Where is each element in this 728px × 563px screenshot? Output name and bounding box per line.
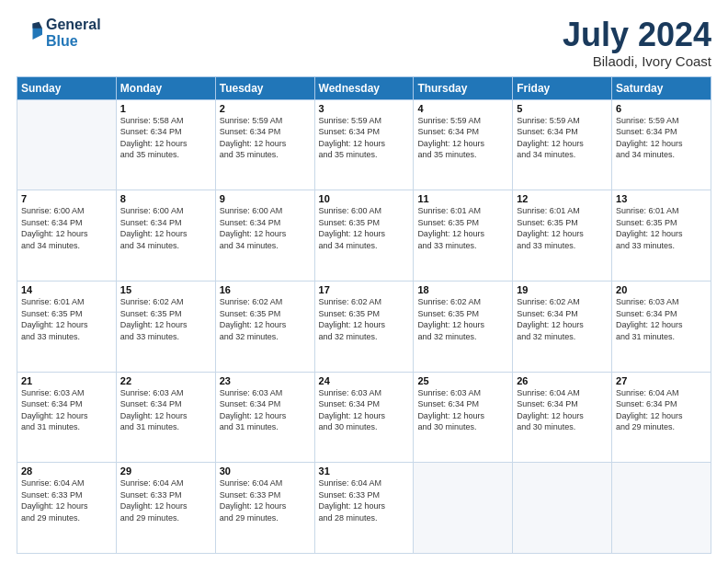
day-number: 19 [517, 284, 608, 295]
calendar-cell: 14Sunrise: 6:01 AMSunset: 6:35 PMDayligh… [17, 281, 117, 372]
day-info: Sunrise: 6:04 AMSunset: 6:34 PMDaylight:… [616, 387, 707, 433]
calendar-cell [612, 463, 711, 554]
calendar-cell: 5Sunrise: 5:59 AMSunset: 6:34 PMDaylight… [513, 99, 612, 190]
calendar-cell: 8Sunrise: 6:00 AMSunset: 6:34 PMDaylight… [116, 190, 215, 282]
day-info: Sunrise: 6:04 AMSunset: 6:33 PMDaylight:… [21, 477, 112, 523]
calendar-cell: 22Sunrise: 6:03 AMSunset: 6:34 PMDayligh… [116, 372, 215, 463]
day-number: 13 [616, 193, 707, 204]
day-number: 7 [21, 193, 112, 204]
day-info: Sunrise: 6:00 AMSunset: 6:34 PMDaylight:… [120, 205, 211, 251]
day-number: 4 [417, 103, 508, 114]
day-number: 21 [21, 375, 112, 386]
day-info: Sunrise: 5:59 AMSunset: 6:34 PMDaylight:… [417, 115, 508, 161]
day-number: 20 [616, 284, 707, 295]
day-number: 17 [319, 284, 410, 295]
calendar-week-row: 28Sunrise: 6:04 AMSunset: 6:33 PMDayligh… [17, 463, 711, 554]
day-info: Sunrise: 6:00 AMSunset: 6:34 PMDaylight:… [220, 205, 311, 251]
calendar-cell: 30Sunrise: 6:04 AMSunset: 6:33 PMDayligh… [215, 463, 314, 554]
calendar-cell: 17Sunrise: 6:02 AMSunset: 6:35 PMDayligh… [314, 281, 414, 372]
day-info: Sunrise: 5:59 AMSunset: 6:34 PMDaylight:… [616, 115, 707, 161]
calendar-cell: 18Sunrise: 6:02 AMSunset: 6:35 PMDayligh… [414, 281, 513, 372]
calendar-header-row: SundayMondayTuesdayWednesdayThursdayFrid… [17, 76, 711, 99]
calendar-cell: 24Sunrise: 6:03 AMSunset: 6:34 PMDayligh… [314, 372, 414, 463]
day-info: Sunrise: 5:59 AMSunset: 6:34 PMDaylight:… [517, 115, 608, 161]
calendar-week-row: 7Sunrise: 6:00 AMSunset: 6:34 PMDaylight… [17, 190, 711, 282]
day-number: 26 [517, 375, 608, 386]
day-info: Sunrise: 6:04 AMSunset: 6:33 PMDaylight:… [120, 477, 211, 523]
calendar-cell: 10Sunrise: 6:00 AMSunset: 6:35 PMDayligh… [314, 190, 414, 282]
day-number: 14 [21, 284, 112, 295]
calendar-day-header: Wednesday [314, 76, 414, 99]
day-number: 31 [319, 465, 410, 477]
day-number: 2 [220, 103, 311, 114]
calendar-cell: 31Sunrise: 6:04 AMSunset: 6:33 PMDayligh… [314, 463, 414, 554]
calendar-cell: 19Sunrise: 6:02 AMSunset: 6:34 PMDayligh… [513, 281, 612, 372]
day-number: 23 [220, 375, 311, 386]
day-info: Sunrise: 6:01 AMSunset: 6:35 PMDaylight:… [616, 205, 707, 251]
day-info: Sunrise: 6:04 AMSunset: 6:33 PMDaylight:… [319, 477, 410, 523]
calendar-cell: 23Sunrise: 6:03 AMSunset: 6:34 PMDayligh… [215, 372, 314, 463]
calendar-cell: 9Sunrise: 6:00 AMSunset: 6:34 PMDaylight… [215, 190, 314, 282]
calendar-cell: 6Sunrise: 5:59 AMSunset: 6:34 PMDaylight… [612, 99, 711, 190]
calendar-day-header: Thursday [414, 76, 513, 99]
calendar-cell: 26Sunrise: 6:04 AMSunset: 6:34 PMDayligh… [513, 372, 612, 463]
calendar-cell [414, 463, 513, 554]
calendar-cell: 13Sunrise: 6:01 AMSunset: 6:35 PMDayligh… [612, 190, 711, 282]
day-number: 24 [319, 375, 410, 386]
main-title: July 2024 [563, 17, 711, 53]
day-number: 16 [220, 284, 311, 295]
title-block: July 2024 Bilaodi, Ivory Coast [563, 17, 711, 69]
day-number: 27 [616, 375, 707, 386]
calendar-cell: 12Sunrise: 6:01 AMSunset: 6:35 PMDayligh… [513, 190, 612, 282]
day-number: 11 [417, 193, 508, 204]
calendar-week-row: 14Sunrise: 6:01 AMSunset: 6:35 PMDayligh… [17, 281, 711, 372]
calendar-day-header: Monday [116, 76, 215, 99]
calendar-cell [513, 463, 612, 554]
day-number: 9 [220, 193, 311, 204]
calendar-cell: 1Sunrise: 5:58 AMSunset: 6:34 PMDaylight… [116, 99, 215, 190]
day-info: Sunrise: 5:59 AMSunset: 6:34 PMDaylight:… [319, 115, 410, 161]
logo-text: General Blue [46, 17, 101, 49]
day-info: Sunrise: 6:00 AMSunset: 6:34 PMDaylight:… [21, 205, 112, 251]
day-number: 15 [120, 284, 211, 295]
calendar-cell: 4Sunrise: 5:59 AMSunset: 6:34 PMDaylight… [414, 99, 513, 190]
day-info: Sunrise: 6:02 AMSunset: 6:35 PMDaylight:… [417, 296, 508, 342]
day-info: Sunrise: 6:04 AMSunset: 6:33 PMDaylight:… [220, 477, 311, 523]
day-number: 8 [120, 193, 211, 204]
day-info: Sunrise: 6:00 AMSunset: 6:35 PMDaylight:… [319, 205, 410, 251]
calendar-table: SundayMondayTuesdayWednesdayThursdayFrid… [17, 76, 711, 554]
day-info: Sunrise: 5:58 AMSunset: 6:34 PMDaylight:… [120, 115, 211, 161]
day-number: 28 [21, 465, 112, 477]
day-info: Sunrise: 6:03 AMSunset: 6:34 PMDaylight:… [21, 387, 112, 433]
day-info: Sunrise: 6:01 AMSunset: 6:35 PMDaylight:… [417, 205, 508, 251]
calendar-day-header: Friday [513, 76, 612, 99]
calendar-day-header: Tuesday [215, 76, 314, 99]
day-info: Sunrise: 6:03 AMSunset: 6:34 PMDaylight:… [417, 387, 508, 433]
day-info: Sunrise: 6:03 AMSunset: 6:34 PMDaylight:… [220, 387, 311, 433]
calendar-week-row: 21Sunrise: 6:03 AMSunset: 6:34 PMDayligh… [17, 372, 711, 463]
logo: General Blue [17, 17, 101, 49]
day-number: 22 [120, 375, 211, 386]
svg-marker-1 [33, 21, 43, 28]
day-number: 10 [319, 193, 410, 204]
calendar-cell: 11Sunrise: 6:01 AMSunset: 6:35 PMDayligh… [414, 190, 513, 282]
calendar-week-row: 1Sunrise: 5:58 AMSunset: 6:34 PMDaylight… [17, 99, 711, 190]
day-number: 25 [417, 375, 508, 386]
day-info: Sunrise: 5:59 AMSunset: 6:34 PMDaylight:… [220, 115, 311, 161]
day-info: Sunrise: 6:04 AMSunset: 6:34 PMDaylight:… [517, 387, 608, 433]
calendar-day-header: Saturday [612, 76, 711, 99]
header: General Blue July 2024 Bilaodi, Ivory Co… [17, 17, 711, 69]
day-number: 18 [417, 284, 508, 295]
calendar-cell: 3Sunrise: 5:59 AMSunset: 6:34 PMDaylight… [314, 99, 414, 190]
page: General Blue July 2024 Bilaodi, Ivory Co… [0, 0, 728, 563]
day-info: Sunrise: 6:01 AMSunset: 6:35 PMDaylight:… [517, 205, 608, 251]
day-number: 30 [220, 465, 311, 477]
calendar-cell: 20Sunrise: 6:03 AMSunset: 6:34 PMDayligh… [612, 281, 711, 372]
logo-icon [17, 20, 42, 46]
day-info: Sunrise: 6:03 AMSunset: 6:34 PMDaylight:… [616, 296, 707, 342]
day-info: Sunrise: 6:02 AMSunset: 6:35 PMDaylight:… [319, 296, 410, 342]
calendar-cell: 25Sunrise: 6:03 AMSunset: 6:34 PMDayligh… [414, 372, 513, 463]
day-info: Sunrise: 6:01 AMSunset: 6:35 PMDaylight:… [21, 296, 112, 342]
calendar-day-header: Sunday [17, 76, 117, 99]
day-number: 12 [517, 193, 608, 204]
